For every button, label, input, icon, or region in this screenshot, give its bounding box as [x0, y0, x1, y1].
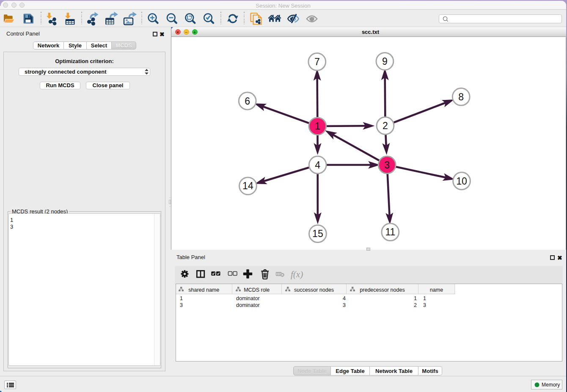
svg-text:15: 15 — [312, 228, 323, 239]
svg-text:4: 4 — [315, 160, 320, 171]
svg-text:2: 2 — [383, 120, 388, 131]
svg-text:3: 3 — [384, 160, 390, 171]
svg-text:10: 10 — [456, 176, 467, 187]
svg-text:1: 1 — [315, 121, 320, 132]
svg-text:14: 14 — [242, 180, 253, 191]
svg-text:6: 6 — [245, 96, 250, 107]
svg-text:8: 8 — [458, 91, 464, 102]
svg-text:9: 9 — [382, 56, 388, 67]
svg-text:11: 11 — [385, 226, 395, 237]
svg-text:f(x): f(x) — [291, 269, 303, 279]
svg-text:7: 7 — [314, 56, 320, 67]
